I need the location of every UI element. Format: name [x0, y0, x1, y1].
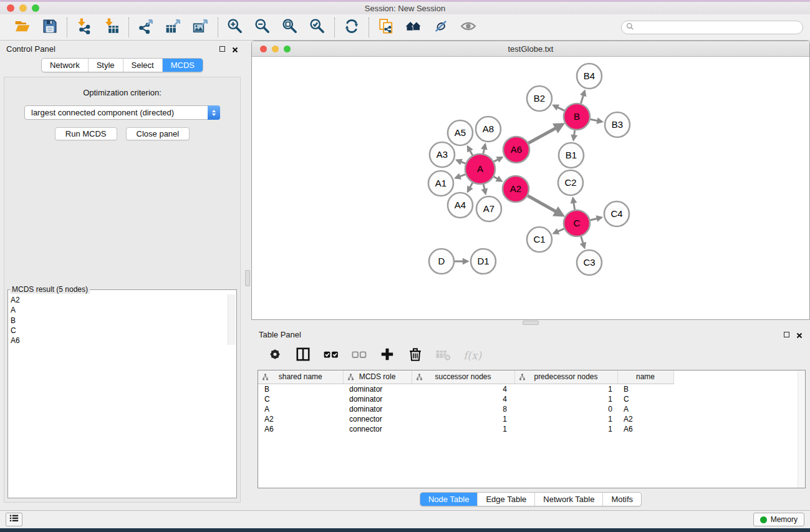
- import-network-button[interactable]: [75, 18, 93, 37]
- zoom-in-button[interactable]: [226, 18, 244, 37]
- result-list-scrollbar[interactable]: [228, 294, 236, 345]
- graph-node-A7[interactable]: A7: [476, 196, 501, 221]
- open-file-button[interactable]: [14, 18, 31, 37]
- table-cell[interactable]: C: [617, 394, 673, 404]
- zoom-out-button[interactable]: [254, 18, 271, 37]
- edge-C-C3[interactable]: [581, 236, 585, 248]
- table-cell[interactable]: 1: [412, 414, 514, 424]
- edge-A6-B[interactable]: [528, 125, 562, 143]
- horizontal-split-divider[interactable]: [251, 320, 810, 326]
- graph-node-C2[interactable]: C2: [558, 170, 583, 195]
- table-cell[interactable]: connector: [343, 424, 412, 434]
- export-network-button[interactable]: [137, 18, 155, 37]
- table-row[interactable]: Bdominator41B: [258, 384, 673, 394]
- graph-node-C[interactable]: C: [564, 210, 590, 236]
- graph-node-C1[interactable]: C1: [527, 227, 552, 252]
- table-row[interactable]: A6connector11A6: [258, 424, 673, 434]
- minimize-window-button[interactable]: [19, 4, 27, 12]
- network-minimize-button[interactable]: [272, 46, 279, 52]
- export-table-button[interactable]: [165, 18, 182, 37]
- tab-select[interactable]: Select: [123, 59, 163, 72]
- table-cell[interactable]: 1: [514, 424, 617, 434]
- close-panel-icon[interactable]: [232, 46, 238, 52]
- edge-C-C1[interactable]: [554, 229, 564, 233]
- column-header-MCDS-role[interactable]: MCDS role: [343, 370, 412, 384]
- table-cell[interactable]: connector: [343, 414, 412, 424]
- edge-A-A6[interactable]: [494, 157, 502, 162]
- save-session-button[interactable]: [41, 18, 59, 37]
- graph-node-B1[interactable]: B1: [559, 143, 584, 168]
- table-tab-node-table[interactable]: Node Table: [420, 493, 478, 506]
- graph-node-A8[interactable]: A8: [476, 117, 501, 142]
- graph-node-B3[interactable]: B3: [605, 112, 630, 137]
- table-cell[interactable]: A: [617, 404, 673, 414]
- network-canvas[interactable]: B4B2BB3A5A8A6A3B1AA1C2A2A4A7C4CC1DD1C3: [252, 57, 809, 319]
- refresh-view-button[interactable]: [343, 18, 360, 37]
- table-cell[interactable]: 0: [514, 404, 617, 414]
- table-cell[interactable]: C: [258, 394, 343, 404]
- zoom-selected-button[interactable]: [309, 18, 326, 37]
- edge-B-B2[interactable]: [554, 105, 565, 111]
- table-cell[interactable]: A6: [617, 424, 673, 434]
- run-mcds-button[interactable]: Run MCDS: [55, 127, 117, 140]
- close-panel-button[interactable]: Close panel: [126, 127, 190, 140]
- deselect-all-button[interactable]: [351, 347, 367, 364]
- edge-A2-C[interactable]: [528, 196, 562, 216]
- edge-A-A8[interactable]: [483, 145, 485, 154]
- edge-A-A7[interactable]: [483, 184, 485, 193]
- graph-node-C4[interactable]: C4: [604, 201, 629, 226]
- column-header-shared-name[interactable]: shared name: [258, 370, 343, 384]
- graph-node-B2[interactable]: B2: [527, 86, 552, 111]
- column-header-predecessor-nodes[interactable]: predecessor nodes: [514, 370, 617, 384]
- edge-A-A1[interactable]: [456, 175, 466, 178]
- settings-button[interactable]: [267, 347, 283, 364]
- table-cell[interactable]: A2: [617, 414, 673, 424]
- graph-node-A1[interactable]: A1: [428, 171, 453, 196]
- table-cell[interactable]: 1: [412, 424, 514, 434]
- mcds-result-item[interactable]: A: [11, 305, 236, 315]
- columns-button[interactable]: [295, 347, 311, 364]
- graph-node-A6[interactable]: A6: [503, 137, 529, 163]
- import-table-button[interactable]: [103, 18, 120, 37]
- tab-mcds[interactable]: MCDS: [163, 59, 203, 72]
- search-field[interactable]: [621, 21, 803, 34]
- close-window-button[interactable]: [7, 4, 14, 12]
- zoom-window-button[interactable]: [32, 4, 39, 12]
- graph-node-B[interactable]: B: [564, 104, 590, 130]
- select-all-button[interactable]: [323, 347, 339, 364]
- graph-node-A2[interactable]: A2: [503, 176, 529, 202]
- edge-C-C4[interactable]: [590, 218, 601, 220]
- table-row[interactable]: Cdominator41C: [258, 394, 673, 404]
- divider-grip[interactable]: [245, 270, 250, 286]
- table-cell[interactable]: A6: [258, 424, 343, 434]
- table-cell[interactable]: 4: [412, 384, 514, 394]
- edge-A-A5[interactable]: [468, 147, 473, 155]
- table-tab-network-table[interactable]: Network Table: [535, 493, 603, 506]
- table-tab-edge-table[interactable]: Edge Table: [478, 493, 535, 506]
- task-history-button[interactable]: [6, 513, 22, 526]
- table-tab-motifs[interactable]: Motifs: [603, 493, 641, 506]
- edge-A-A4[interactable]: [468, 183, 473, 191]
- tab-network[interactable]: Network: [42, 59, 89, 72]
- table-cell[interactable]: 1: [514, 414, 617, 424]
- table-cell[interactable]: B: [617, 384, 673, 394]
- table-cell[interactable]: 8: [412, 404, 514, 414]
- memory-button[interactable]: Memory: [753, 513, 804, 526]
- float-panel-icon[interactable]: [784, 332, 789, 337]
- table-cell[interactable]: A2: [258, 414, 343, 424]
- graph-node-C3[interactable]: C3: [577, 250, 602, 275]
- mcds-result-item[interactable]: B: [11, 316, 236, 326]
- column-header-successor-nodes[interactable]: successor nodes: [412, 370, 514, 384]
- zoom-fit-button[interactable]: [281, 18, 299, 37]
- network-close-button[interactable]: [260, 46, 267, 52]
- mcds-result-item[interactable]: A6: [11, 336, 236, 346]
- show-graphics-details-button[interactable]: [460, 18, 477, 37]
- graph-node-D1[interactable]: D1: [471, 249, 496, 274]
- edge-A-A3[interactable]: [456, 160, 465, 163]
- close-panel-icon[interactable]: [796, 331, 803, 337]
- table-cell[interactable]: 1: [514, 384, 617, 394]
- table-cell[interactable]: dominator: [343, 404, 412, 414]
- graph-node-B4[interactable]: B4: [577, 64, 602, 89]
- table-cell[interactable]: 1: [514, 394, 617, 404]
- graph-node-A[interactable]: A: [465, 154, 495, 184]
